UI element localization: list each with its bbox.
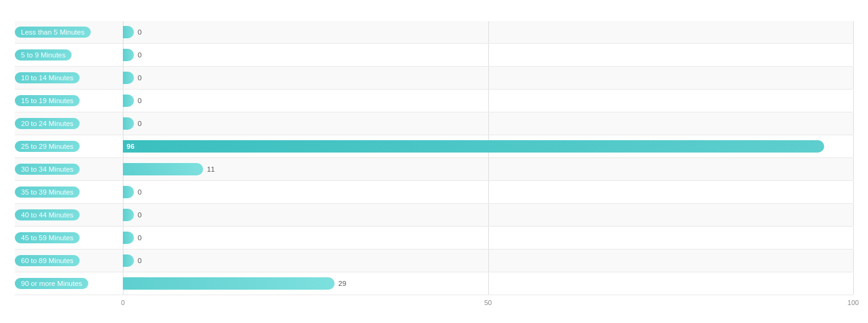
label-area: 25 to 29 Minutes	[15, 141, 123, 152]
bar-container: 0	[123, 44, 853, 66]
bar-container: 0	[123, 250, 853, 272]
label-area: 45 to 59 Minutes	[15, 232, 123, 243]
bar-row: 90 or more Minutes29	[15, 272, 853, 295]
chart-area: Less than 5 Minutes05 to 9 Minutes010 to…	[15, 21, 853, 295]
x-axis-label: 50	[484, 299, 491, 306]
bar-value: 0	[138, 51, 141, 59]
bar-container: 0	[123, 181, 853, 203]
label-area: 35 to 39 Minutes	[15, 187, 123, 198]
bar	[123, 94, 134, 107]
label-pill: 35 to 39 Minutes	[15, 187, 80, 198]
label-area: 60 to 89 Minutes	[15, 255, 123, 266]
bar-container: 0	[123, 21, 853, 43]
bar-value: 0	[138, 188, 141, 196]
label-pill: 20 to 24 Minutes	[15, 118, 80, 129]
bar-container: 0	[123, 227, 853, 249]
bar	[123, 26, 134, 38]
x-axis-labels: 050100	[123, 299, 853, 311]
label-area: 5 to 9 Minutes	[15, 49, 123, 61]
bar-row: 20 to 24 Minutes0	[15, 112, 853, 135]
label-pill: 40 to 44 Minutes	[15, 209, 80, 220]
bar-value: 0	[138, 234, 141, 241]
bar-container: 11	[123, 158, 853, 180]
bar-value: 0	[138, 211, 141, 219]
label-pill: 90 or more Minutes	[15, 278, 88, 289]
bar-value: 0	[138, 257, 141, 264]
label-pill: 15 to 19 Minutes	[15, 95, 80, 106]
bar-row: 10 to 14 Minutes0	[15, 67, 853, 90]
label-pill: 30 to 34 Minutes	[15, 164, 80, 175]
bar-value: 96	[127, 143, 135, 150]
bar-container: 0	[123, 90, 853, 112]
label-area: 10 to 14 Minutes	[15, 72, 123, 83]
bar-value: 11	[207, 166, 215, 173]
bar-container: 29	[123, 272, 853, 295]
bar-row: 45 to 59 Minutes0	[15, 227, 853, 250]
label-area: 40 to 44 Minutes	[15, 209, 123, 220]
bar	[123, 72, 134, 84]
label-pill: 25 to 29 Minutes	[15, 141, 80, 152]
label-pill: 45 to 59 Minutes	[15, 232, 80, 243]
bar	[123, 232, 134, 244]
bar-row: 60 to 89 Minutes0	[15, 250, 853, 272]
bar-container: 0	[123, 67, 853, 89]
bar	[123, 186, 134, 198]
label-pill: 10 to 14 Minutes	[15, 72, 80, 83]
bar	[123, 117, 134, 130]
bar	[123, 277, 335, 290]
bar-container: 96	[123, 135, 853, 157]
bar-row: 25 to 29 Minutes96	[15, 135, 853, 158]
label-pill: Less than 5 Minutes	[15, 27, 91, 38]
bar-row: 40 to 44 Minutes0	[15, 204, 853, 227]
bar	[123, 49, 134, 61]
bar-row: 15 to 19 Minutes0	[15, 90, 853, 112]
label-area: 30 to 34 Minutes	[15, 164, 123, 175]
label-area: 20 to 24 Minutes	[15, 118, 123, 129]
bar-value: 0	[138, 74, 141, 82]
x-axis: 050100	[15, 299, 853, 311]
bar	[123, 163, 203, 175]
bar: 96	[123, 140, 824, 153]
bar-value: 0	[138, 97, 141, 104]
bar-row: 35 to 39 Minutes0	[15, 181, 853, 204]
label-area: Less than 5 Minutes	[15, 27, 123, 38]
bar-value: 0	[138, 28, 141, 36]
label-pill: 5 to 9 Minutes	[15, 49, 72, 61]
x-axis-label: 0	[121, 299, 125, 306]
bar-value: 29	[338, 280, 346, 287]
bar-row: 30 to 34 Minutes11	[15, 158, 853, 181]
label-pill: 60 to 89 Minutes	[15, 255, 80, 266]
bar-value: 0	[138, 120, 141, 127]
bar-container: 0	[123, 204, 853, 226]
label-area: 90 or more Minutes	[15, 278, 123, 289]
bar	[123, 254, 134, 267]
bar-row: Less than 5 Minutes0	[15, 21, 853, 44]
bar-container: 0	[123, 112, 853, 135]
bar	[123, 209, 134, 221]
bar-row: 5 to 9 Minutes0	[15, 44, 853, 67]
label-area: 15 to 19 Minutes	[15, 95, 123, 106]
x-axis-label: 100	[848, 299, 859, 306]
